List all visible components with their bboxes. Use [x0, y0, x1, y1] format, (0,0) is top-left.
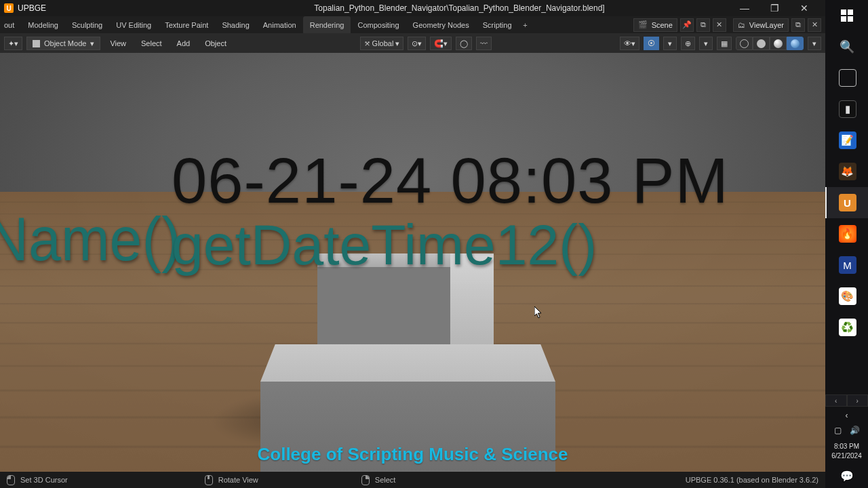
- viewlayer-name: ViewLayer: [749, 21, 784, 29]
- upbge-icon: U: [4, 3, 14, 13]
- scene-name: Scene: [652, 21, 673, 29]
- tab-modeling[interactable]: Modeling: [21, 16, 65, 33]
- taskbar-blue-app[interactable]: M: [825, 249, 868, 281]
- gizmo-options[interactable]: ▾: [663, 37, 677, 50]
- taskbar-clock-date: 6/21/2024: [831, 451, 862, 461]
- pivot-selector[interactable]: ⊙▾: [408, 37, 426, 50]
- scene-fn-name-text: Name(): [0, 203, 181, 274]
- viewport-3d[interactable]: 06-21-24 08:03 PM Name() getDateTime12()…: [0, 53, 825, 472]
- chevron-down-icon: ▾: [395, 39, 399, 48]
- scene-selector[interactable]: 🎬 Scene: [633, 18, 677, 32]
- status-right-hint: Select: [375, 476, 396, 484]
- shading-solid[interactable]: [753, 37, 770, 50]
- status-middle-hint: Rotate View: [218, 476, 258, 484]
- window-maximize-button[interactable]: ❐: [764, 3, 785, 14]
- orientation-label: Global: [372, 39, 394, 47]
- start-button[interactable]: [825, 0, 868, 31]
- taskbar-terminal[interactable]: ▮: [825, 94, 868, 125]
- taskbar-clock[interactable]: 8:03 PM 6/21/2024: [831, 439, 862, 464]
- proportional-toggle[interactable]: ◯: [456, 37, 472, 50]
- taskbar-editor[interactable]: 📝: [825, 125, 868, 156]
- scene-fn-datetime-text: getDateTime12(): [172, 212, 597, 278]
- tab-texture-paint[interactable]: Texture Paint: [158, 16, 215, 33]
- shading-mode-segment: [736, 37, 804, 50]
- taskbar-scroll-arrows[interactable]: ‹ ›: [825, 394, 868, 407]
- editor-type-button[interactable]: ✦▾: [4, 37, 22, 50]
- tab-out-partial[interactable]: out: [1, 16, 21, 33]
- mode-label: Object Mode: [44, 39, 86, 47]
- scene-copy-button[interactable]: ⧉: [696, 18, 710, 32]
- file-path: Topalian_Python_Blender_Navigator\Topali…: [190, 3, 729, 13]
- mouse-middle-icon: [205, 475, 213, 485]
- tab-compositing[interactable]: Compositing: [351, 16, 406, 33]
- shading-wireframe[interactable]: [736, 37, 753, 50]
- taskbar-taskview-button[interactable]: [825, 62, 868, 94]
- proportional-curve[interactable]: 〰: [476, 37, 492, 50]
- menu-object[interactable]: Object: [199, 37, 232, 50]
- taskbar-green-app[interactable]: ♻️: [825, 312, 868, 343]
- taskbar-scroll-left[interactable]: ‹: [825, 394, 847, 407]
- windows-taskbar: 🔍 ▮ 📝 🦊 U 🔥 M 🎨 ♻️ ‹ › ‹ ▢ 🔊 8:03 PM 6/2…: [825, 0, 868, 488]
- mouse-cursor-icon: [534, 306, 542, 319]
- chevron-down-icon: ▾: [90, 39, 94, 48]
- taskbar-search-button[interactable]: 🔍: [825, 31, 868, 62]
- scene-delete-button[interactable]: ✕: [713, 18, 726, 32]
- tab-shading[interactable]: Shading: [215, 16, 256, 33]
- taskbar-upbge[interactable]: U: [825, 187, 868, 218]
- taskbar-scroll-right[interactable]: ›: [847, 394, 869, 407]
- viewlayer-selector[interactable]: 🗂 ViewLayer: [733, 18, 789, 32]
- visibility-button[interactable]: 👁▾: [620, 37, 639, 50]
- tab-sculpting[interactable]: Sculpting: [65, 16, 109, 33]
- system-tray[interactable]: ‹ ▢ 🔊: [834, 407, 860, 439]
- scene-clock-text: 06-21-24 08:03 PM: [172, 144, 729, 218]
- mode-selector[interactable]: Object Mode ▾: [26, 37, 100, 50]
- menu-view[interactable]: View: [104, 37, 132, 50]
- object-mode-icon: [33, 40, 40, 47]
- taskbar-clock-time: 8:03 PM: [831, 442, 862, 451]
- tab-rendering[interactable]: Rendering: [303, 16, 351, 33]
- viewlayer-delete-button[interactable]: ✕: [808, 18, 821, 32]
- workspace-tabstrip: out Modeling Sculpting UV Editing Textur…: [0, 16, 825, 34]
- tray-volume-icon[interactable]: 🔊: [850, 426, 860, 435]
- window-close-button[interactable]: ✕: [794, 3, 814, 14]
- orientation-icon: ⤧: [364, 39, 370, 48]
- menu-select[interactable]: Select: [136, 37, 167, 50]
- window-titlebar: U UPBGE Topalian_Python_Blender_Navigato…: [0, 0, 825, 16]
- xray-toggle[interactable]: ▦: [717, 37, 732, 50]
- window-minimize-button[interactable]: —: [734, 3, 755, 14]
- menu-add[interactable]: Add: [172, 37, 196, 50]
- taskbar-paint[interactable]: 🎨: [825, 281, 868, 312]
- status-left-hint: Set 3D Cursor: [20, 476, 68, 484]
- tray-project-icon[interactable]: ▢: [834, 426, 842, 435]
- tab-geometry-nodes[interactable]: Geometry Nodes: [406, 16, 476, 33]
- overlay-toggle[interactable]: ⊕: [681, 37, 695, 50]
- scene-icon: 🎬: [638, 20, 648, 29]
- taskbar-firefox[interactable]: 🔥: [825, 218, 868, 249]
- gizmo-toggle[interactable]: ⦿: [644, 37, 659, 50]
- taskbar-notifications-button[interactable]: 💬: [840, 464, 854, 488]
- viewport-header: ✦▾ Object Mode ▾ View Select Add Object …: [0, 34, 825, 53]
- taskbar-gimp[interactable]: 🦊: [825, 156, 868, 187]
- orientation-selector[interactable]: ⤧ Global ▾: [360, 37, 404, 50]
- tab-scripting[interactable]: Scripting: [476, 16, 519, 33]
- overlay-options[interactable]: ▾: [699, 37, 713, 50]
- tab-animation[interactable]: Animation: [256, 16, 303, 33]
- tray-expand-icon[interactable]: ‹: [846, 411, 848, 420]
- shading-options[interactable]: ▾: [808, 37, 821, 50]
- app-name: UPBGE: [18, 3, 46, 13]
- scene-pin-button[interactable]: 📌: [680, 18, 694, 32]
- snap-toggle[interactable]: 🧲▾: [430, 37, 452, 50]
- viewlayer-copy-button[interactable]: ⧉: [791, 18, 805, 32]
- viewlayer-icon: 🗂: [738, 21, 745, 29]
- college-caption: College of Scripting Music & Science: [258, 444, 568, 465]
- mouse-left-icon: [7, 475, 15, 485]
- shading-rendered[interactable]: [787, 37, 804, 50]
- shading-material[interactable]: [770, 37, 787, 50]
- status-bar: Set 3D Cursor Rotate View Select UPBGE 0…: [0, 472, 825, 488]
- mouse-right-icon: [361, 475, 370, 485]
- tab-uv-editing[interactable]: UV Editing: [109, 16, 158, 33]
- status-version: UPBGE 0.36.1 (based on Blender 3.6.2): [686, 476, 818, 484]
- add-workspace-button[interactable]: +: [519, 16, 532, 33]
